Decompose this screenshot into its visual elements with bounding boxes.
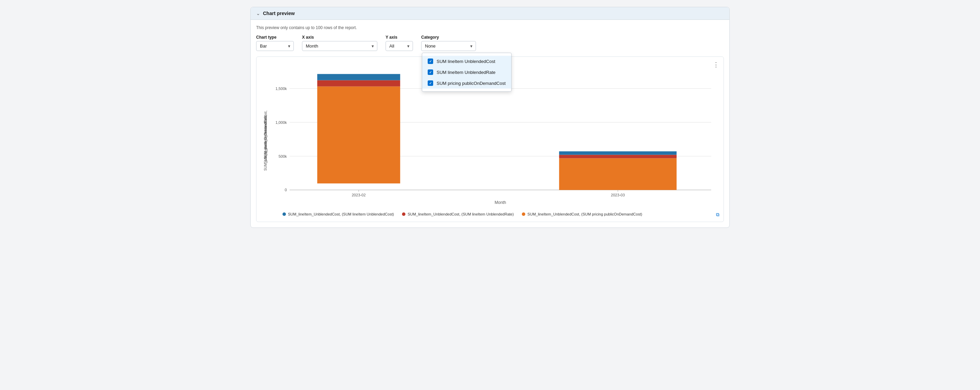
svg-text:500k: 500k: [279, 154, 287, 159]
dropdown-item-label-2: SUM pricing publicOnDemandCost: [437, 81, 506, 86]
xaxis-select-wrapper: Month ▼: [302, 41, 377, 51]
legend-label-0: SUM_lineItem_UnblendedCost, (SUM lineIte…: [288, 212, 394, 216]
bar-1-blue: [317, 74, 400, 80]
dropdown-item-1[interactable]: SUM lineItem UnblendedRate: [422, 67, 511, 78]
legend-label-2: SUM_lineItem_UnblendedCost, (SUM pricing…: [527, 212, 642, 216]
dropdown-item-0[interactable]: SUM lineItem UnblendedCost: [422, 56, 511, 67]
legend-item-0: SUM_lineItem_UnblendedCost, (SUM lineIte…: [283, 212, 394, 216]
bar-2-orange: [559, 159, 677, 190]
chart-kebab-menu-icon[interactable]: ⋮: [713, 61, 719, 68]
expand-icon[interactable]: ⧉: [716, 212, 719, 217]
chart-preview-panel: ⌄ Chart preview This preview only contai…: [250, 7, 730, 228]
panel-header: ⌄ Chart preview: [251, 7, 729, 20]
legend-dot-blue: [283, 212, 286, 216]
yaxis-control: Y axis All ▼: [385, 35, 413, 51]
dropdown-item-label-0: SUM lineItem UnblendedCost: [437, 59, 495, 64]
preview-note: This preview only contains up to 100 row…: [256, 25, 724, 30]
legend-item-2: SUM_lineItem_UnblendedCost, (SUM pricing…: [522, 212, 642, 216]
controls-row: Chart type Bar ▼ X axis Month ▼: [256, 35, 724, 51]
bar-1-orange: [317, 87, 400, 184]
category-label: Category: [421, 35, 476, 40]
checkbox-checked-icon-2: [428, 81, 433, 86]
legend-item-1: SUM_lineItem_UnblendedCost, (SUM lineIte…: [402, 212, 514, 216]
yaxis-select-wrapper: All ▼: [385, 41, 413, 51]
svg-text:2023-03: 2023-03: [611, 193, 625, 197]
category-select-wrapper: None ▼: [421, 41, 476, 51]
checkbox-checked-icon-0: [428, 59, 433, 64]
bar-2-blue: [559, 151, 677, 155]
chart-legend: SUM_lineItem_UnblendedCost, (SUM lineIte…: [262, 212, 718, 216]
svg-text:0: 0: [285, 188, 286, 192]
panel-title-row: ⌄ Chart preview: [256, 11, 295, 16]
bar-1-red: [317, 80, 400, 86]
panel-title: Chart preview: [263, 11, 295, 16]
collapse-icon[interactable]: ⌄: [256, 11, 260, 16]
dropdown-item-label-1: SUM lineItem UnblendedRate: [437, 70, 495, 75]
legend-dot-red: [402, 212, 406, 216]
legend-dot-orange: [522, 212, 525, 216]
xaxis-title: Month: [495, 200, 506, 205]
yaxis-select[interactable]: All: [385, 41, 413, 51]
svg-text:2023-02: 2023-02: [352, 193, 366, 197]
category-select[interactable]: None: [421, 41, 476, 51]
xaxis-control: X axis Month ▼: [302, 35, 377, 51]
category-control: Category None ▼: [421, 35, 476, 51]
chart-type-select[interactable]: Bar: [256, 41, 294, 51]
chart-type-select-wrapper: Bar ▼: [256, 41, 294, 51]
checkbox-checked-icon-1: [428, 70, 433, 75]
xaxis-label: X axis: [302, 35, 377, 40]
svg-text:SUM_pricing_publicOnDemandCost: SUM_pricing_publicOnDemandCost: [264, 115, 267, 171]
xaxis-select[interactable]: Month: [302, 41, 377, 51]
yaxis-dropdown: SUM lineItem UnblendedCost SUM lineItem …: [422, 53, 512, 92]
chart-type-control: Chart type Bar ▼: [256, 35, 294, 51]
svg-text:1,000k: 1,000k: [275, 120, 287, 125]
svg-text:1,500k: 1,500k: [275, 87, 287, 90]
yaxis-label: Y axis: [385, 35, 413, 40]
chart-type-label: Chart type: [256, 35, 294, 40]
legend-label-1: SUM_lineItem_UnblendedCost, (SUM lineIte…: [407, 212, 514, 216]
dropdown-item-2[interactable]: SUM pricing publicOnDemandCost: [422, 78, 511, 89]
bar-2-red: [559, 155, 677, 158]
panel-body: This preview only contains up to 100 row…: [251, 20, 729, 227]
